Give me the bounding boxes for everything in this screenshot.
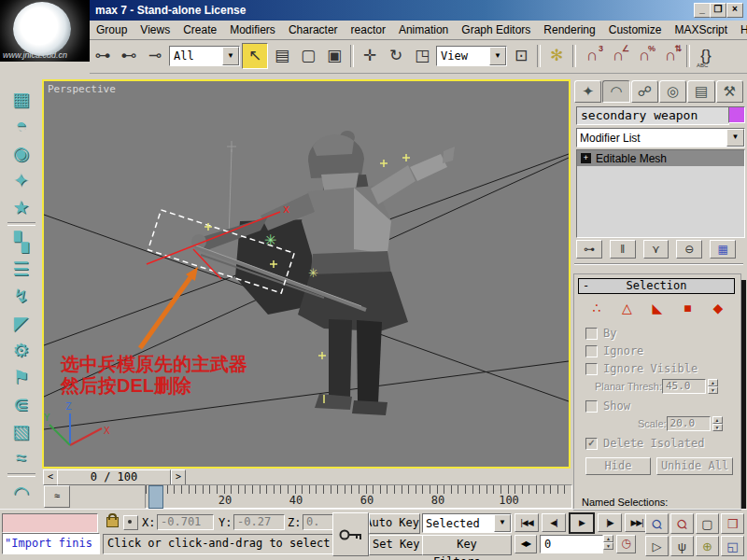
zoom-extents-all-tool[interactable]: ❒ (721, 513, 744, 534)
dropdown-arrow-icon[interactable]: ▼ (726, 129, 744, 147)
absolute-mode-icon[interactable] (123, 515, 138, 530)
tab-particles-icon[interactable]: ★ (6, 193, 37, 220)
configure-modifier-sets-button[interactable]: ▦ (710, 240, 736, 259)
tab-hierarchy[interactable]: ☍ (631, 80, 658, 103)
menu-item[interactable]: Animation (392, 21, 455, 38)
go-to-start-button[interactable]: |◀◀ (514, 513, 539, 532)
pin-stack-button[interactable]: ⊶ (576, 240, 602, 259)
selection-lock-icon[interactable] (106, 517, 119, 527)
bind-to-spacewarp-icon[interactable]: ⊸ ▼ (143, 44, 167, 68)
tab-water-icon[interactable]: ≈ (6, 444, 37, 471)
minimize-button[interactable]: _ (694, 3, 711, 18)
previous-frame-arrow[interactable]: < (43, 469, 58, 485)
remove-modifier-button[interactable]: ⊖ (676, 240, 702, 259)
dropdown-arrow-icon[interactable]: ▼ (222, 47, 239, 65)
fov-tool[interactable]: ▷ (645, 536, 669, 556)
face-subobject-icon[interactable]: ◣ (648, 301, 667, 319)
snap-toggle-3d[interactable]: ∩ 3 ▼ (580, 44, 604, 68)
planar-thresh-spinner[interactable]: ▲▼ (708, 379, 718, 394)
edge-subobject-icon[interactable]: △ (618, 301, 637, 319)
show-normals-checkbox[interactable] (585, 400, 598, 413)
dropdown-arrow-icon[interactable]: ▼ (494, 514, 511, 532)
delete-isolated-checkbox[interactable]: ✓ (585, 438, 598, 450)
named-selection-sets-icon[interactable]: {} ABC ▼ (694, 44, 718, 68)
macro-recorder-box[interactable] (2, 513, 98, 533)
object-name-field[interactable]: secondary weapon (576, 106, 729, 125)
key-filter-dropdown[interactable]: Selected ▼ (422, 513, 512, 533)
unlink-selection-icon[interactable]: ⊷ ▼ (117, 44, 141, 68)
menu-item[interactable]: Rendering (537, 21, 601, 38)
modifier-stack[interactable]: + Editable Mesh (576, 149, 745, 238)
tab-shapes-icon[interactable]: ◓ (6, 112, 37, 139)
select-manipulate-tool[interactable]: ✻ ▼ (544, 44, 569, 68)
ignore-visible-checkbox[interactable] (585, 363, 598, 375)
tab-motion[interactable]: ◎ (659, 80, 686, 103)
tab-cameras-icon[interactable]: ◤ (6, 309, 37, 336)
use-pivot-center-icon[interactable]: ⊡ ▼ (509, 44, 533, 68)
tab-fracture-icon[interactable]: ▧ (6, 417, 37, 444)
x-coord-field[interactable]: -0.701 (157, 514, 214, 530)
object-color-swatch[interactable] (728, 106, 745, 123)
time-slider-handle[interactable] (148, 485, 163, 509)
maxscript-listener[interactable]: "Import finis (2, 533, 100, 554)
key-mode-toggle[interactable]: ◀▶ (514, 535, 537, 553)
maximize-viewport-toggle[interactable]: ◱ (721, 536, 744, 556)
tab-helpers-icon[interactable]: ▚ (6, 228, 37, 255)
show-end-result-button[interactable]: ‖ (610, 240, 636, 259)
ref-coord-dropdown[interactable]: View ▼ (436, 44, 507, 68)
next-frame-arrow[interactable]: > (171, 469, 186, 485)
percent-snap-toggle[interactable]: ∩ % ▼ (632, 44, 656, 68)
previous-frame-button[interactable]: ◀| (542, 513, 566, 532)
select-and-link-icon[interactable]: ⊶ ▼ (91, 44, 115, 68)
rect-selection-region-tool[interactable]: ▢ ▼ (296, 44, 320, 68)
next-frame-button[interactable]: |▶ (598, 513, 622, 532)
vertex-subobject-icon[interactable]: ∴ (587, 301, 606, 319)
collapse-icon[interactable]: - (583, 279, 589, 292)
select-scale-tool[interactable]: ◳ ▼ (410, 44, 434, 68)
auto-key-button[interactable]: Auto Key (369, 513, 420, 534)
menu-item[interactable]: Modifiers (223, 21, 282, 38)
tab-compounds-icon[interactable]: ◉ (6, 139, 37, 166)
planar-thresh-field[interactable]: 45.0 (662, 379, 706, 394)
tab-arc-icon[interactable]: ◠ (6, 479, 37, 506)
arc-rotate-tool[interactable]: ⊕ (696, 536, 719, 556)
tab-utilities[interactable]: ⚒ (716, 80, 743, 103)
tab-modifiers-icon[interactable]: ↯ (6, 282, 37, 309)
menu-item[interactable]: Help (734, 21, 747, 38)
by-vertex-checkbox[interactable] (585, 328, 598, 340)
menu-item[interactable]: Views (134, 21, 176, 38)
ignore-backfacing-checkbox[interactable] (585, 345, 598, 357)
polygon-subobject-icon[interactable]: ■ (679, 301, 698, 319)
scale-field[interactable]: 20.0 (667, 416, 711, 431)
panel-scrollbar[interactable] (741, 280, 746, 509)
make-unique-button[interactable]: ⋎ (643, 240, 669, 259)
time-configuration-button[interactable]: ◷ (616, 535, 636, 553)
y-coord-field[interactable]: -0.27 (233, 514, 285, 530)
menu-item[interactable]: reactor (345, 21, 392, 38)
expand-icon[interactable]: + (581, 153, 591, 163)
menu-item[interactable]: Customize (602, 21, 669, 38)
window-crossing-toggle[interactable]: ▣ ▼ (322, 44, 346, 68)
modifier-list-dropdown[interactable]: Modifier List ▼ (576, 128, 745, 147)
tab-rendering-icon[interactable]: ⚑ (6, 363, 37, 390)
tab-create[interactable]: ✦ (574, 80, 601, 103)
menu-item[interactable]: Create (176, 21, 223, 38)
tab-lights-icon[interactable]: ✦ (6, 166, 37, 193)
spinner-snap-toggle[interactable]: ∩ ⇅ ▼ (658, 44, 683, 68)
zoom-tool[interactable]: Ϙ (645, 513, 669, 534)
select-object-tool[interactable]: ↖ ▼ (242, 43, 268, 69)
mini-curve-editor-button[interactable]: ≈ (44, 485, 70, 508)
element-subobject-icon[interactable]: ◆ (709, 301, 727, 319)
maximize-button[interactable]: ❐ (710, 3, 726, 18)
tab-modify[interactable]: ◠ (602, 80, 629, 103)
tab-objects-icon[interactable]: ▦ (6, 85, 37, 112)
zoom-all-tool[interactable]: Ϙ (670, 513, 694, 534)
z-coord-field[interactable]: 0. (303, 514, 333, 530)
menu-item[interactable]: Graph Editors (455, 21, 537, 38)
select-rotate-tool[interactable]: ↻ ▼ (384, 44, 408, 68)
angle-snap-toggle[interactable]: ∩ ∠ ▼ (606, 44, 630, 68)
set-keys-button[interactable] (332, 512, 369, 556)
tab-modeling-icon[interactable]: ⚙ (6, 336, 37, 363)
dropdown-arrow-icon[interactable]: ▼ (489, 47, 506, 65)
perspective-viewport[interactable]: x ✳ ✳ 选中兵模原先的主武器 然后按DEL删除 (42, 79, 571, 469)
